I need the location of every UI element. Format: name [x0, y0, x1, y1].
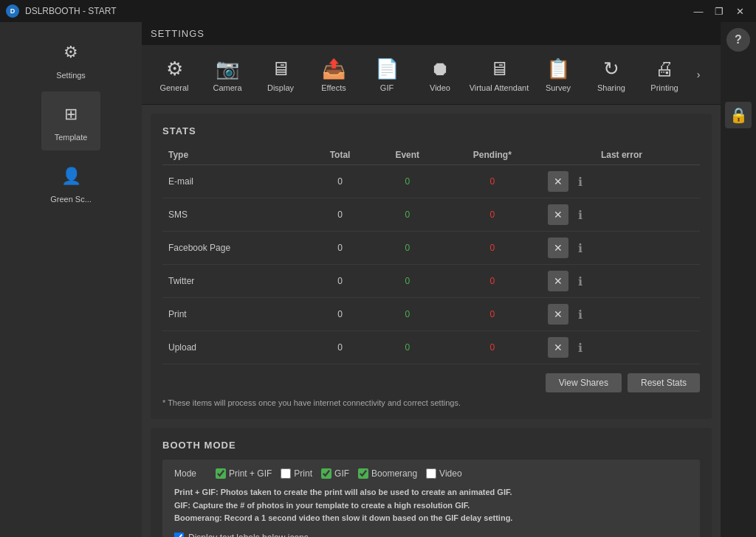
content-area: STATS Type Total Event Pending* Last err…: [142, 105, 721, 537]
clear-button[interactable]: ✕: [548, 337, 568, 358]
boomerang-checkbox[interactable]: [358, 468, 368, 479]
toolbar-item-camera[interactable]: 📷 Camera: [201, 48, 254, 101]
cell-total: 0: [308, 265, 371, 298]
sidebar-item-template[interactable]: ⊞ Template: [41, 91, 100, 150]
reset-stats-button[interactable]: Reset Stats: [628, 373, 700, 392]
sharing-icon: ↻: [603, 58, 619, 80]
toolbar-scroll-right[interactable]: ›: [691, 48, 706, 101]
effects-icon: 📤: [322, 58, 346, 80]
mode-label: Mode: [174, 468, 207, 479]
toolbar-item-effects[interactable]: 📤 Effects: [307, 48, 360, 101]
info-button[interactable]: ℹ: [571, 272, 589, 290]
desc-boomerang-text: Record a 1 second video then slow it dow…: [222, 513, 513, 522]
toolbar-item-survey[interactable]: 📋 Survey: [532, 48, 585, 101]
action-cell: ✕ ℹ: [548, 204, 589, 225]
cell-event: 0: [372, 165, 443, 198]
sidebar-item-settings[interactable]: ⚙ Settings: [41, 30, 100, 89]
stats-section: STATS Type Total Event Pending* Last err…: [151, 114, 712, 419]
table-row: Facebook Page 0 0 0 ✕ ℹ: [162, 232, 700, 265]
toolbar-item-video[interactable]: ⏺ Video: [413, 48, 467, 101]
info-button[interactable]: ℹ: [571, 206, 589, 224]
display-labels-checkbox[interactable]: [174, 533, 184, 537]
clear-button[interactable]: ✕: [548, 271, 568, 291]
cell-event: 0: [372, 198, 443, 232]
info-button[interactable]: ℹ: [571, 239, 589, 257]
checkbox-print: Print: [281, 468, 312, 479]
toolbar-item-display[interactable]: 🖥 Display: [254, 48, 307, 101]
action-cell: ✕ ℹ: [548, 171, 589, 192]
title-bar-left: D DSLRBOOTH - START: [6, 4, 117, 18]
settings-icon: ⚙: [57, 38, 85, 66]
table-row: Twitter 0 0 0 ✕ ℹ: [162, 265, 700, 298]
cell-actions: ✕ ℹ: [542, 232, 595, 265]
print-gif-checkbox[interactable]: [216, 468, 226, 479]
title-bar: D DSLRBOOTH - START — ❐ ✕: [0, 0, 756, 22]
toolbar-item-sharing[interactable]: ↻ Sharing: [585, 48, 638, 101]
mode-row: Mode Print + GIF Print GIF: [174, 468, 688, 479]
main-layout: ⚙ Settings ⊞ Template 👤 Green Sc... SETT…: [0, 22, 756, 537]
lock-button[interactable]: 🔒: [725, 102, 752, 128]
col-last-error: Last error: [595, 145, 700, 165]
desc-gif-text: Capture the # of photos in your template…: [190, 501, 470, 510]
booth-mode-title: BOOTH MODE: [162, 440, 700, 451]
sidebar-item-greenscreen[interactable]: 👤 Green Sc...: [41, 153, 100, 212]
survey-icon: 📋: [546, 58, 570, 80]
maximize-button[interactable]: ❐: [709, 2, 729, 20]
col-pending: Pending*: [443, 145, 542, 165]
cell-total: 0: [308, 298, 371, 331]
info-button[interactable]: ℹ: [571, 305, 589, 323]
cell-event: 0: [372, 331, 443, 364]
stats-note: * These items will process once you have…: [162, 398, 700, 407]
cell-total: 0: [308, 198, 371, 232]
desc-boomerang-title: Boomerang:: [174, 513, 222, 522]
cell-total: 0: [308, 232, 371, 265]
checkbox-video: Video: [426, 468, 461, 479]
sidebar-item-template-label: Template: [55, 133, 88, 142]
greenscreen-icon: 👤: [57, 162, 85, 190]
cell-last-error: [595, 232, 700, 265]
help-button[interactable]: ?: [726, 28, 750, 52]
col-event: Event: [372, 145, 443, 165]
toolbar-item-gif[interactable]: 📄 GIF: [360, 48, 413, 101]
cell-pending: 0: [443, 165, 542, 198]
print-label: Print: [294, 468, 312, 479]
video-checkbox[interactable]: [426, 468, 436, 479]
clear-button[interactable]: ✕: [548, 171, 568, 192]
toolbar-item-general[interactable]: ⚙ General: [148, 48, 201, 101]
col-total: Total: [308, 145, 371, 165]
cell-type: Twitter: [162, 265, 308, 298]
stats-btn-row: View Shares Reset Stats: [162, 373, 700, 392]
info-button[interactable]: ℹ: [571, 173, 589, 190]
checkbox-boomerang: Boomerang: [358, 468, 417, 479]
cell-actions: ✕ ℹ: [542, 165, 595, 198]
clear-button[interactable]: ✕: [548, 304, 568, 325]
video-label: Video: [439, 468, 461, 479]
info-button[interactable]: ℹ: [571, 339, 589, 356]
action-cell: ✕ ℹ: [548, 337, 589, 358]
cell-type: E-mail: [162, 165, 308, 198]
toolbar-label-effects: Effects: [321, 83, 346, 92]
cell-last-error: [595, 331, 700, 364]
desc-print-gif-title: Print + GIF:: [174, 488, 219, 496]
toolbar-item-printing[interactable]: 🖨 Printing: [638, 48, 691, 101]
action-cell: ✕ ℹ: [548, 238, 589, 258]
toolbar-item-virtual-attendant[interactable]: 🖥 Virtual Attendant: [467, 48, 532, 101]
view-shares-button[interactable]: View Shares: [546, 373, 622, 392]
right-panel: ? 🔒: [721, 22, 756, 537]
col-actions: [542, 145, 595, 165]
close-button[interactable]: ✕: [729, 2, 750, 20]
clear-button[interactable]: ✕: [548, 204, 568, 225]
minimize-button[interactable]: —: [688, 2, 709, 20]
app-title: DSLRBOOTH - START: [25, 6, 117, 16]
clear-button[interactable]: ✕: [548, 238, 568, 258]
booth-mode-content: Mode Print + GIF Print GIF: [162, 460, 700, 537]
cell-pending: 0: [443, 232, 542, 265]
print-checkbox[interactable]: [281, 468, 291, 479]
cell-event: 0: [372, 298, 443, 331]
toolbar-label-camera: Camera: [213, 83, 241, 92]
printing-icon: 🖨: [655, 58, 674, 80]
gif-checkbox[interactable]: [321, 468, 331, 479]
boomerang-label: Boomerang: [371, 468, 417, 479]
cell-actions: ✕ ℹ: [542, 331, 595, 364]
toolbar-label-video: Video: [430, 83, 450, 92]
